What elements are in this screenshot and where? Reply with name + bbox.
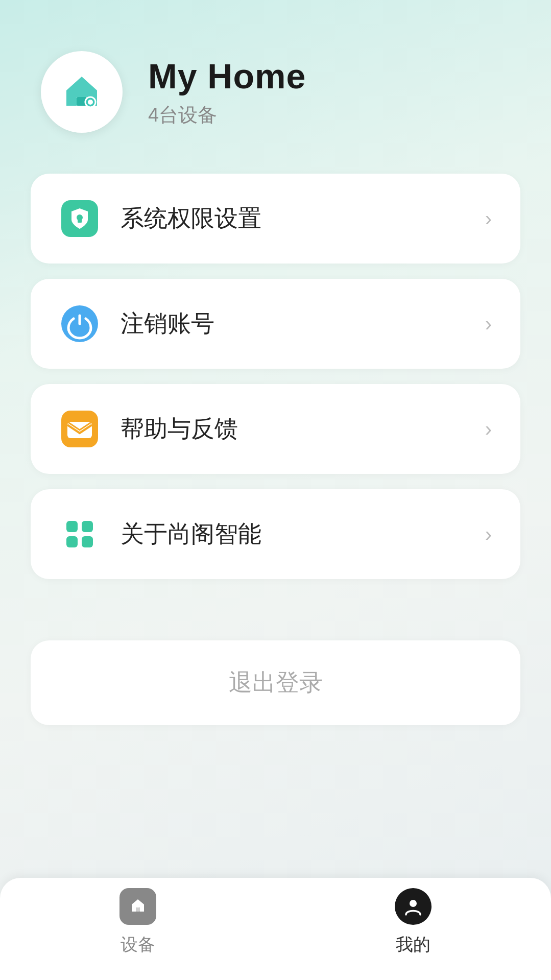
nav-label-mine: 我的 <box>396 933 430 957</box>
logout-button[interactable]: 退出登录 <box>31 640 520 725</box>
logout-section: 退出登录 <box>0 640 551 725</box>
home-logo <box>41 51 123 133</box>
mine-nav-icon <box>395 888 432 925</box>
shield-icon <box>59 198 100 239</box>
menu-item-about[interactable]: 关于尚阁智能 › <box>31 489 520 579</box>
menu-label-help-feedback: 帮助与反馈 <box>121 413 465 445</box>
chevron-right-icon-0: › <box>485 207 492 230</box>
nav-mine-icon-wrap <box>393 886 434 927</box>
logout-label: 退出登录 <box>229 667 323 699</box>
svg-rect-9 <box>66 521 78 532</box>
chevron-right-icon-1: › <box>485 313 492 336</box>
svg-point-2 <box>88 100 93 105</box>
power-icon <box>59 303 100 344</box>
menu-item-cancel-account[interactable]: 注销账号 › <box>31 279 520 369</box>
menu-label-cancel-account: 注销账号 <box>121 308 465 340</box>
menu-label-about: 关于尚阁智能 <box>121 518 465 550</box>
menu-item-system-permission[interactable]: 系统权限设置 › <box>31 174 520 264</box>
device-count: 4台设备 <box>148 102 306 128</box>
mail-icon <box>59 409 100 449</box>
svg-rect-10 <box>82 521 93 532</box>
nav-item-mine[interactable]: 我的 <box>276 886 552 957</box>
bottom-nav: 设备 我的 <box>0 878 551 980</box>
svg-point-14 <box>410 900 417 907</box>
grid-icon <box>59 514 100 555</box>
header-text: My Home 4台设备 <box>148 56 306 128</box>
device-nav-icon <box>119 888 156 925</box>
nav-device-icon-wrap <box>117 886 158 927</box>
menu-label-system-permission: 系统权限设置 <box>121 203 465 234</box>
svg-rect-5 <box>78 220 82 223</box>
svg-rect-13 <box>136 907 140 912</box>
svg-rect-12 <box>82 536 93 547</box>
chevron-right-icon-2: › <box>485 418 492 441</box>
nav-item-devices[interactable]: 设备 <box>0 886 276 957</box>
home-logo-svg <box>59 69 105 115</box>
spacer <box>0 589 551 630</box>
chevron-right-icon-3: › <box>485 523 492 546</box>
nav-label-devices: 设备 <box>121 933 155 957</box>
menu-section: 系统权限设置 › 注销账号 › 帮助与反馈 › <box>0 163 551 589</box>
menu-item-help-feedback[interactable]: 帮助与反馈 › <box>31 384 520 474</box>
home-title: My Home <box>148 56 306 96</box>
svg-rect-11 <box>66 536 78 547</box>
header-section: My Home 4台设备 <box>0 0 551 163</box>
